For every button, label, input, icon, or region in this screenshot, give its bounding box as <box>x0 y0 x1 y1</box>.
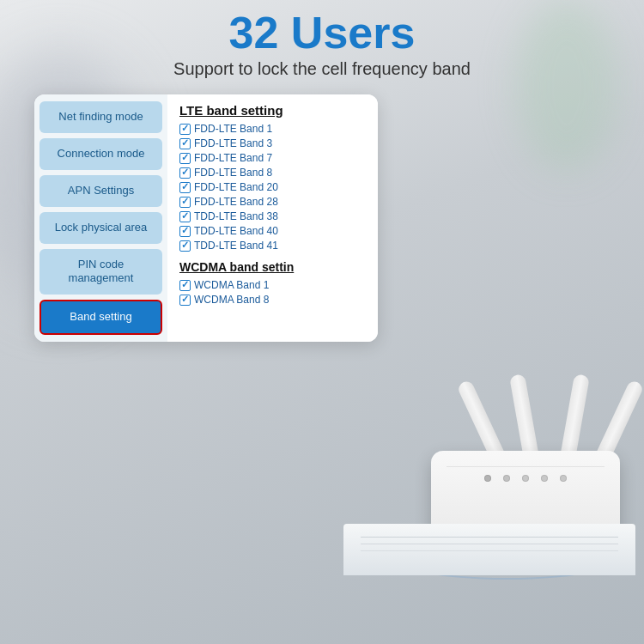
led-3 <box>522 475 529 482</box>
sidebar-menu: Net finding mode Connection mode APN Set… <box>34 94 167 342</box>
list-item: FDD-LTE Band 1 <box>179 123 366 135</box>
sidebar-item-lock-physical-area[interactable]: Lock physical area <box>39 212 162 244</box>
checkbox-tdd38[interactable] <box>179 211 191 222</box>
checkbox-tdd41[interactable] <box>179 240 191 252</box>
checkbox-fdd8[interactable] <box>179 167 191 179</box>
wcdma-section-title: WCDMA band settin <box>179 260 366 274</box>
checkbox-tdd40[interactable] <box>179 226 191 237</box>
checkbox-wcdma1[interactable] <box>179 280 191 291</box>
led-5 <box>560 475 567 482</box>
checkbox-fdd7[interactable] <box>179 153 191 164</box>
list-item: TDD-LTE Band 40 <box>179 225 366 237</box>
router-area: 4Glte VoLTE 300Mbps <box>326 301 644 627</box>
checkbox-fdd3[interactable] <box>179 138 191 149</box>
leds-container <box>484 475 567 482</box>
checkbox-wcdma8[interactable] <box>179 295 191 306</box>
list-item: TDD-LTE Band 38 <box>179 210 366 222</box>
list-item: TDD-LTE Band 41 <box>179 240 366 252</box>
sidebar-item-net-finding-mode[interactable]: Net finding mode <box>39 101 162 133</box>
checkbox-fdd20[interactable] <box>179 182 191 193</box>
sidebar-item-band-setting[interactable]: Band setting <box>39 300 162 335</box>
list-item: FDD-LTE Band 8 <box>179 167 366 179</box>
lte-section-title: LTE band setting <box>179 103 366 118</box>
sidebar-item-apn-settings[interactable]: APN Settings <box>39 175 162 207</box>
checkbox-fdd1[interactable] <box>179 124 191 135</box>
led-power <box>484 475 491 482</box>
list-item: FDD-LTE Band 28 <box>179 196 366 208</box>
header: 32 Users Support to lock the cell freque… <box>0 9 644 79</box>
led-wifi <box>503 475 510 482</box>
sidebar-item-connection-mode[interactable]: Connection mode <box>39 138 162 170</box>
list-item: FDD-LTE Band 3 <box>179 137 366 149</box>
checkbox-fdd28[interactable] <box>179 197 191 208</box>
page-title: 32 Users <box>0 9 644 58</box>
list-item: FDD-LTE Band 20 <box>179 181 366 193</box>
lte-band-list: FDD-LTE Band 1 FDD-LTE Band 3 FDD-LTE Ba… <box>179 123 366 252</box>
page-subtitle: Support to lock the cell frequency band <box>0 59 644 79</box>
table-surface <box>343 524 635 575</box>
led-4 <box>541 475 548 482</box>
list-item: WCDMA Band 1 <box>179 279 366 291</box>
list-item: FDD-LTE Band 7 <box>179 152 366 164</box>
sidebar-item-pin-code-management[interactable]: PIN code management <box>39 249 162 295</box>
